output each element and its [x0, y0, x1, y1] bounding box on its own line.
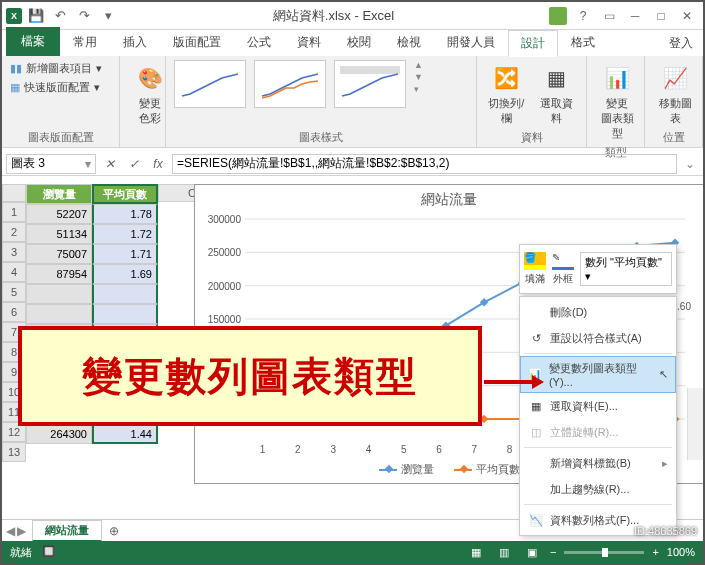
menu-reset-style[interactable]: ↺重設以符合樣式(A): [520, 325, 676, 351]
tab-design[interactable]: 設計: [508, 30, 558, 57]
styles-more[interactable]: ▾: [414, 84, 423, 94]
minimize-button[interactable]: ─: [623, 6, 647, 26]
tab-formulas[interactable]: 公式: [234, 29, 284, 56]
select-all-corner[interactable]: [2, 184, 26, 202]
cell-A5[interactable]: 87954: [26, 264, 92, 284]
formula-bar: 圖表 3▾ ✕ ✓ fx =SERIES(網站流量!$B$1,,網站流量!$B$…: [2, 152, 703, 176]
cell-A6[interactable]: [26, 284, 92, 304]
cell-A13[interactable]: 264300: [26, 424, 92, 444]
tab-view[interactable]: 檢視: [384, 29, 434, 56]
cell-B13[interactable]: 1.44: [92, 424, 158, 444]
legend-item-2[interactable]: 平均頁數: [454, 462, 520, 477]
ribbon-collapse-button[interactable]: ▭: [597, 6, 621, 26]
svg-rect-0: [340, 66, 400, 74]
paint-bucket-icon: 🪣: [524, 252, 546, 270]
menu-add-trendline[interactable]: 加上趨勢線(R)...: [520, 476, 676, 502]
tab-insert[interactable]: 插入: [110, 29, 160, 56]
maximize-button[interactable]: □: [649, 6, 673, 26]
y-tick: 200000: [208, 280, 241, 291]
x-tick: 5: [401, 444, 407, 455]
tab-developer[interactable]: 開發人員: [434, 29, 508, 56]
cell-B2[interactable]: 1.78: [92, 204, 158, 224]
view-page-layout[interactable]: ▥: [494, 544, 514, 560]
zoom-level[interactable]: 100%: [667, 546, 695, 558]
vertical-scrollbar[interactable]: [687, 388, 703, 460]
tab-layout[interactable]: 版面配置: [160, 29, 234, 56]
y-tick: 300000: [208, 214, 241, 225]
row-header-4[interactable]: 4: [2, 262, 26, 282]
row-header-1[interactable]: 1: [2, 202, 26, 222]
zoom-in[interactable]: +: [652, 546, 658, 558]
switch-row-col-button[interactable]: 🔀切換列/欄: [483, 60, 530, 128]
sheet-nav-prev[interactable]: ◀: [6, 524, 15, 538]
zoom-slider[interactable]: [564, 551, 644, 554]
sheet-tab-active[interactable]: 網站流量: [32, 520, 102, 542]
y-tick: 250000: [208, 247, 241, 258]
view-page-break[interactable]: ▣: [522, 544, 542, 560]
undo-button[interactable]: ↶: [50, 6, 70, 26]
tab-home[interactable]: 常用: [60, 29, 110, 56]
formula-expand[interactable]: ⌄: [681, 157, 699, 171]
cell-B7[interactable]: [92, 304, 158, 324]
cell-B6[interactable]: [92, 284, 158, 304]
menu-delete[interactable]: 刪除(D): [520, 299, 676, 325]
chart-title[interactable]: 網站流量: [195, 185, 703, 215]
tab-format[interactable]: 格式: [558, 29, 608, 56]
cell-B3[interactable]: 1.72: [92, 224, 158, 244]
save-button[interactable]: 💾: [26, 6, 46, 26]
styles-up[interactable]: ▲: [414, 60, 423, 70]
name-box[interactable]: 圖表 3▾: [6, 154, 96, 174]
row-header-13[interactable]: 13: [2, 442, 26, 462]
outline-color-button[interactable]: ✎外框: [552, 252, 574, 286]
redo-button[interactable]: ↷: [74, 6, 94, 26]
macro-recorder[interactable]: 🔲: [42, 545, 56, 560]
tab-data[interactable]: 資料: [284, 29, 334, 56]
chart-style-1[interactable]: [174, 60, 246, 108]
watermark: ID:48635869: [634, 525, 697, 537]
select-data-button[interactable]: ▦選取資料: [534, 60, 581, 128]
qat-dropdown[interactable]: ▾: [98, 6, 118, 26]
view-normal[interactable]: ▦: [466, 544, 486, 560]
login-link[interactable]: 登入: [659, 31, 703, 56]
chart-style-2[interactable]: [254, 60, 326, 108]
add-chart-element-button[interactable]: ▮▮新增圖表項目▾: [8, 60, 104, 77]
zoom-out[interactable]: −: [550, 546, 556, 558]
fx-cancel[interactable]: ✕: [100, 154, 120, 174]
cell-A1[interactable]: 瀏覽量: [26, 184, 92, 204]
row-header-2[interactable]: 2: [2, 222, 26, 242]
menu-select-data[interactable]: ▦選取資料(E)...: [520, 393, 676, 419]
fx-button[interactable]: fx: [148, 154, 168, 174]
menu-add-data-labels[interactable]: 新增資料標籤(B)▸: [520, 450, 676, 476]
legend-item-1[interactable]: 瀏覽量: [379, 462, 434, 477]
cell-A4[interactable]: 75007: [26, 244, 92, 264]
row-header-5[interactable]: 5: [2, 282, 26, 302]
tab-review[interactable]: 校閱: [334, 29, 384, 56]
row-header-6[interactable]: 6: [2, 302, 26, 322]
reset-icon: ↺: [528, 330, 544, 346]
cell-B5[interactable]: 1.69: [92, 264, 158, 284]
help-button[interactable]: ?: [571, 6, 595, 26]
change-chart-type-button[interactable]: 📊變更 圖表類型: [593, 60, 641, 143]
cell-B1[interactable]: 平均頁數: [92, 184, 158, 204]
cell-B4[interactable]: 1.71: [92, 244, 158, 264]
chart-style-3[interactable]: [334, 60, 406, 108]
close-button[interactable]: ✕: [675, 6, 699, 26]
series-selector[interactable]: 數列 "平均頁數" ▾: [580, 252, 672, 286]
cell-A7[interactable]: [26, 304, 92, 324]
fx-enter[interactable]: ✓: [124, 154, 144, 174]
cell-A3[interactable]: 51134: [26, 224, 92, 244]
move-chart-button[interactable]: 📈移動圖表: [651, 60, 699, 128]
sheet-nav-next[interactable]: ▶: [17, 524, 26, 538]
select-data-icon: ▦: [541, 62, 573, 94]
status-ready: 就緒: [10, 545, 32, 560]
annotation-callout: 變更數列圖表類型: [18, 326, 482, 426]
excel-icon: X: [6, 8, 22, 24]
cell-A2[interactable]: 52207: [26, 204, 92, 224]
new-sheet-button[interactable]: ⊕: [104, 524, 124, 538]
styles-down[interactable]: ▼: [414, 72, 423, 82]
fill-color-button[interactable]: 🪣填滿: [524, 252, 546, 286]
tab-file[interactable]: 檔案: [6, 27, 60, 56]
formula-input[interactable]: =SERIES(網站流量!$B$1,,網站流量!$B$2:$B$13,2): [172, 154, 677, 174]
row-header-3[interactable]: 3: [2, 242, 26, 262]
quick-layout-button[interactable]: ▦快速版面配置▾: [8, 79, 102, 96]
